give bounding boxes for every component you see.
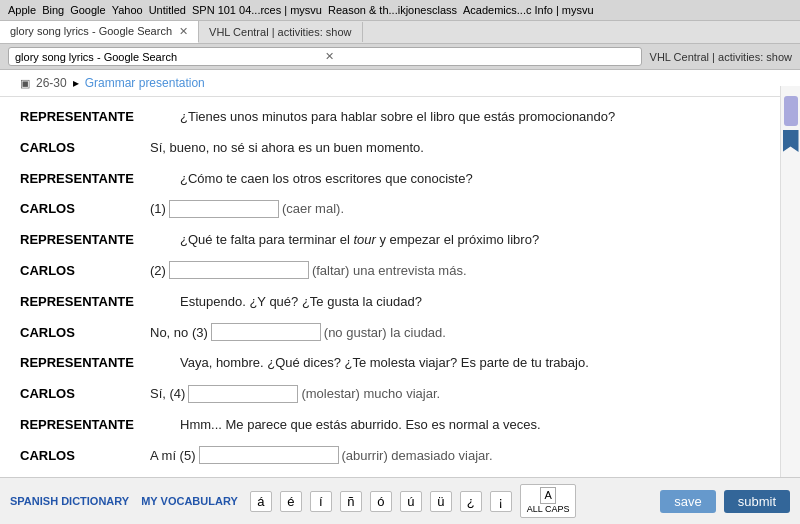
tab-label-vhl: VHL Central | activities: show (209, 26, 351, 38)
url-field[interactable]: glory song lyrics - Google Search ✕ (8, 47, 642, 66)
input-1[interactable] (169, 200, 279, 218)
save-button[interactable]: save (660, 490, 715, 513)
tab-label: glory song lyrics - Google Search (10, 25, 172, 37)
bookmark-apple[interactable]: Apple (8, 4, 36, 16)
exercise-row-9: REPRESENTANTE Vaya, hombre. ¿Qué dices? … (20, 353, 780, 374)
bookmark-reason[interactable]: Reason & th...ikjonesclass (328, 4, 457, 16)
input-4[interactable] (188, 385, 298, 403)
bookmark-bing[interactable]: Bing (42, 4, 64, 16)
scroll-handle[interactable] (784, 96, 798, 126)
spanish-dictionary-button[interactable]: SPANISH DICTIONARY (10, 495, 129, 507)
bookmark-untitled[interactable]: Untitled (149, 4, 186, 16)
speaker-representante-6: REPRESENTANTE (20, 415, 180, 436)
exercise-content: REPRESENTANTE ¿Tienes unos minutos para … (0, 97, 800, 497)
hint-5: (aburrir) demasiado viajar. (342, 446, 493, 467)
speaker-representante-1: REPRESENTANTE (20, 107, 180, 128)
url-bar: glory song lyrics - Google Search ✕ VHL … (0, 44, 800, 70)
exercise-row-7: REPRESENTANTE Estupendo. ¿Y qué? ¿Te gus… (20, 292, 780, 313)
special-char-o-acute[interactable]: ó (370, 491, 392, 512)
speaker-carlos-3: CARLOS (20, 261, 150, 282)
exercise-row-5: REPRESENTANTE ¿Qué te falta para termina… (20, 230, 780, 251)
right-panel (780, 86, 800, 482)
breadcrumb-separator: ▸ (73, 76, 79, 90)
tab-close-icon[interactable]: ✕ (179, 25, 188, 38)
hint-2: (faltar) una entrevista más. (312, 261, 467, 282)
text-10-prefix: Sí, (4) (150, 384, 185, 405)
text-11: Hmm... Me parece que estás aburrido. Eso… (180, 415, 541, 436)
hint-3: (no gustar) la ciudad. (324, 323, 446, 344)
text-7: Estupendo. ¿Y qué? ¿Te gusta la ciudad? (180, 292, 422, 313)
speaker-representante-4: REPRESENTANTE (20, 292, 180, 313)
speaker-carlos-6: CARLOS (20, 446, 150, 467)
bookmark-yahoo[interactable]: Yahoo (112, 4, 143, 16)
exercise-row-10: CARLOS Sí, (4) (molestar) mucho viajar. (20, 384, 780, 405)
special-char-u-umlaut[interactable]: ü (430, 491, 452, 512)
text-6-prefix: (2) (150, 261, 166, 282)
all-caps-label: ALL CAPS (527, 504, 570, 515)
text-3: ¿Cómo te caen los otros escritores que c… (180, 169, 473, 190)
my-vocabulary-button[interactable]: MY VOCABULARY (141, 495, 238, 507)
exercise-row-11: REPRESENTANTE Hmm... Me parece que estás… (20, 415, 780, 436)
text-2: Sí, bueno, no sé si ahora es un buen mom… (150, 138, 424, 159)
tab-vhl[interactable]: VHL Central | activities: show (199, 22, 362, 42)
tab-bar: glory song lyrics - Google Search ✕ VHL … (0, 21, 800, 44)
speaker-carlos-1: CARLOS (20, 138, 150, 159)
breadcrumb-bar: ▣ 26-30 ▸ Grammar presentation (0, 70, 800, 97)
special-char-n-tilde[interactable]: ñ (340, 491, 362, 512)
input-3[interactable] (211, 323, 321, 341)
text-5a: ¿Qué te falta para terminar el tour y em… (180, 230, 539, 251)
grammar-presentation-link[interactable]: Grammar presentation (85, 76, 205, 90)
all-caps-button[interactable]: A ALL CAPS (520, 484, 577, 518)
exercise-row-1: REPRESENTANTE ¿Tienes unos minutos para … (20, 107, 780, 128)
speaker-representante-3: REPRESENTANTE (20, 230, 180, 251)
special-char-e-acute[interactable]: é (280, 491, 302, 512)
text-9: Vaya, hombre. ¿Qué dices? ¿Te molesta vi… (180, 353, 589, 374)
speaker-representante-2: REPRESENTANTE (20, 169, 180, 190)
special-char-inverted-question[interactable]: ¿ (460, 491, 482, 512)
url-clear-icon[interactable]: ✕ (325, 50, 635, 63)
special-char-inverted-exclaim[interactable]: ¡ (490, 491, 512, 512)
url-right-label: VHL Central | activities: show (650, 51, 792, 63)
special-char-u-acute[interactable]: ú (400, 491, 422, 512)
speaker-carlos-2: CARLOS (20, 199, 150, 220)
exercise-row-12: CARLOS A mí (5) (aburrir) demasiado viaj… (20, 446, 780, 467)
speaker-carlos-5: CARLOS (20, 384, 150, 405)
url-text: glory song lyrics - Google Search (15, 51, 325, 63)
hint-4: (molestar) mucho viajar. (301, 384, 440, 405)
text-4-prefix: (1) (150, 199, 166, 220)
tab-glory-search[interactable]: glory song lyrics - Google Search ✕ (0, 21, 199, 43)
hint-1: (caer mal). (282, 199, 344, 220)
bookmark-google[interactable]: Google (70, 4, 105, 16)
bookmark-spn[interactable]: SPN 101 04...rces | mysvu (192, 4, 322, 16)
text-8-prefix: No, no (3) (150, 323, 208, 344)
text-1: ¿Tienes unos minutos para hablar sobre e… (180, 107, 615, 128)
special-char-i-acute[interactable]: í (310, 491, 332, 512)
input-5[interactable] (199, 446, 339, 464)
page-range: 26-30 (36, 76, 67, 90)
exercise-row-4: CARLOS (1) (caer mal). (20, 199, 780, 220)
bottom-toolbar: SPANISH DICTIONARY MY VOCABULARY á é í ñ… (0, 477, 800, 524)
exercise-row-8: CARLOS No, no (3) (no gustar) la ciudad. (20, 323, 780, 344)
special-char-a-acute[interactable]: á (250, 491, 272, 512)
speaker-carlos-4: CARLOS (20, 323, 150, 344)
bookmark-icon (783, 130, 799, 152)
bookmark-bar: Apple Bing Google Yahoo Untitled SPN 101… (0, 0, 800, 21)
page-range-icon: ▣ (20, 77, 30, 90)
all-caps-icon: A (540, 487, 555, 504)
text-12-prefix: A mí (5) (150, 446, 196, 467)
submit-button[interactable]: submit (724, 490, 790, 513)
speaker-representante-5: REPRESENTANTE (20, 353, 180, 374)
exercise-row-2: CARLOS Sí, bueno, no sé si ahora es un b… (20, 138, 780, 159)
exercise-row-6: CARLOS (2) (faltar) una entrevista más. (20, 261, 780, 282)
input-2[interactable] (169, 261, 309, 279)
exercise-row-3: REPRESENTANTE ¿Cómo te caen los otros es… (20, 169, 780, 190)
bookmark-academics[interactable]: Academics...c Info | mysvu (463, 4, 594, 16)
